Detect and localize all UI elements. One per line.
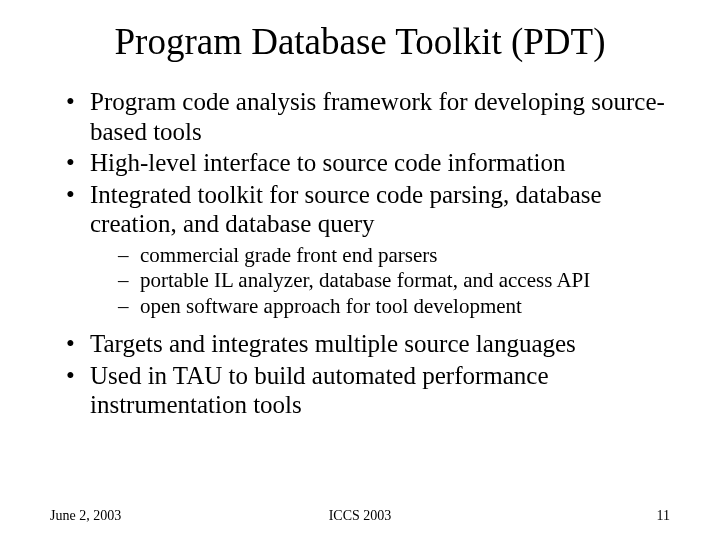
footer-date: June 2, 2003 (50, 508, 121, 524)
slide: Program Database Toolkit (PDT) Program c… (0, 0, 720, 540)
bullet-text-emph: Integrated toolkit (90, 181, 263, 208)
bullet-list: Program code analysis framework for deve… (50, 87, 670, 420)
bullet-item: Targets and integrates multiple source l… (60, 329, 670, 359)
bullet-text-emph: Program code analysis framework (90, 88, 432, 115)
bullet-text-emph: High-level interface (90, 149, 291, 176)
bullet-item: Used in TAU to build automated performan… (60, 361, 670, 420)
sub-bullet-item: open software approach for tool developm… (118, 294, 670, 320)
sub-bullet-text: portable IL analyzer, database format, a… (140, 268, 590, 292)
slide-footer: June 2, 2003 ICCS 2003 11 (50, 508, 670, 524)
bullet-item: Program code analysis framework for deve… (60, 87, 670, 146)
sub-bullet-item: portable IL analyzer, database format, a… (118, 268, 670, 294)
bullet-item: Integrated toolkit for source code parsi… (60, 180, 670, 320)
sub-bullet-text: commercial grade front end parsers (140, 243, 437, 267)
footer-venue: ICCS 2003 (50, 508, 670, 524)
bullet-text: Targets and integrates (90, 330, 315, 357)
bullet-item: High-level interface to source code info… (60, 148, 670, 178)
slide-title: Program Database Toolkit (PDT) (50, 20, 670, 63)
footer-page: 11 (657, 508, 670, 524)
sub-bullet-list: commercial grade front end parsers porta… (90, 243, 670, 320)
bullet-text: Used in TAU to build (90, 362, 312, 389)
sub-bullet-item: commercial grade front end parsers (118, 243, 670, 269)
bullet-text: to source code information (291, 149, 566, 176)
sub-bullet-text: open software approach for tool developm… (140, 294, 522, 318)
bullet-text-emph: multiple source languages (315, 330, 576, 357)
